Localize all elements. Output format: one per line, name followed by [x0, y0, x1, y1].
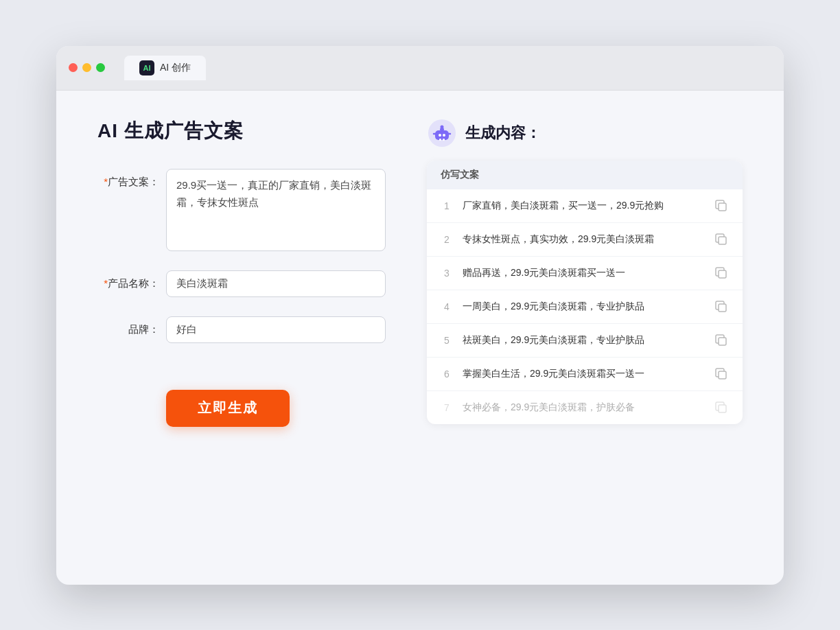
svg-rect-10: [719, 203, 726, 211]
result-table: 仿写文案 1厂家直销，美白淡斑霜，买一送一，29.9元抢购2专抹女性斑点，真实功…: [427, 161, 743, 424]
row-text: 祛斑美白，29.9元美白淡斑霜，专业护肤品: [463, 333, 704, 347]
result-header: 生成内容：: [427, 118, 743, 148]
product-name-group: *产品名称：: [97, 270, 386, 297]
svg-rect-16: [719, 405, 726, 412]
svg-rect-13: [719, 304, 726, 312]
ad-copy-input[interactable]: [166, 169, 386, 251]
close-button[interactable]: [69, 63, 78, 72]
product-name-label: *产品名称：: [97, 270, 159, 290]
copy-icon[interactable]: [714, 366, 729, 382]
copy-icon[interactable]: [714, 400, 729, 415]
titlebar: AI AI 创作: [56, 46, 784, 91]
page-title: AI 生成广告文案: [97, 118, 386, 144]
ad-copy-label: *广告文案：: [97, 169, 159, 189]
svg-rect-3: [443, 134, 445, 137]
row-text: 专抹女性斑点，真实功效，29.9元美白淡斑霜: [463, 232, 704, 246]
right-panel: 生成内容： 仿写文案 1厂家直销，美白淡斑霜，买一送一，29.9元抢购2专抹女性…: [427, 118, 743, 550]
product-name-input[interactable]: [166, 270, 386, 297]
result-row: 1厂家直销，美白淡斑霜，买一送一，29.9元抢购: [427, 189, 743, 223]
ad-copy-group: *广告文案：: [97, 169, 386, 251]
svg-rect-8: [439, 139, 441, 141]
result-table-header: 仿写文案: [427, 161, 743, 189]
left-panel: AI 生成广告文案 *广告文案： *产品名称： 品牌： 立: [97, 118, 386, 550]
row-number: 1: [441, 200, 453, 211]
row-text: 掌握美白生活，29.9元美白淡斑霜买一送一: [463, 366, 704, 381]
svg-rect-1: [435, 130, 449, 140]
row-text: 赠品再送，29.9元美白淡斑霜买一送一: [463, 266, 704, 280]
result-row: 6掌握美白生活，29.9元美白淡斑霜买一送一: [427, 358, 743, 391]
traffic-lights: [69, 63, 105, 72]
result-row: 5祛斑美白，29.9元美白淡斑霜，专业护肤品: [427, 324, 743, 358]
result-title: 生成内容：: [465, 123, 541, 143]
brand-input[interactable]: [166, 316, 386, 343]
row-number: 7: [441, 402, 453, 413]
browser-window: AI AI 创作 AI 生成广告文案 *广告文案： *产品名称：: [56, 46, 784, 585]
svg-rect-14: [719, 338, 726, 345]
svg-rect-11: [719, 237, 726, 244]
row-number: 6: [441, 369, 453, 380]
maximize-button[interactable]: [96, 63, 105, 72]
copy-icon[interactable]: [714, 299, 729, 314]
robot-icon: [427, 118, 457, 148]
svg-rect-12: [719, 270, 726, 278]
tab-label: AI 创作: [160, 62, 191, 74]
result-row: 3赠品再送，29.9元美白淡斑霜买一送一: [427, 257, 743, 290]
minimize-button[interactable]: [82, 63, 91, 72]
copy-icon[interactable]: [714, 333, 729, 348]
copy-icon[interactable]: [714, 266, 729, 281]
svg-rect-9: [443, 139, 445, 141]
row-text: 厂家直销，美白淡斑霜，买一送一，29.9元抢购: [463, 198, 704, 213]
brand-group: 品牌：: [97, 316, 386, 343]
row-text: 女神必备，29.9元美白淡斑霜，护肤必备: [463, 400, 704, 415]
tab-icon: AI: [139, 60, 154, 75]
copy-icon[interactable]: [714, 232, 729, 247]
row-number: 2: [441, 234, 453, 245]
row-number: 3: [441, 268, 453, 279]
tab-ai-creation[interactable]: AI AI 创作: [124, 56, 206, 80]
svg-rect-15: [719, 371, 726, 379]
generate-button[interactable]: 立即生成: [166, 390, 290, 427]
copy-icon[interactable]: [714, 198, 729, 213]
row-text: 一周美白，29.9元美白淡斑霜，专业护肤品: [463, 299, 704, 314]
results-container: 1厂家直销，美白淡斑霜，买一送一，29.9元抢购2专抹女性斑点，真实功效，29.…: [427, 189, 743, 424]
result-row: 4一周美白，29.9元美白淡斑霜，专业护肤品: [427, 290, 743, 324]
row-number: 4: [441, 301, 453, 312]
brand-label: 品牌：: [97, 316, 159, 336]
result-row: 2专抹女性斑点，真实功效，29.9元美白淡斑霜: [427, 223, 743, 257]
browser-content: AI 生成广告文案 *广告文案： *产品名称： 品牌： 立: [56, 91, 784, 585]
row-number: 5: [441, 335, 453, 346]
tab-area: AI AI 创作: [124, 56, 206, 80]
svg-rect-2: [439, 134, 441, 137]
result-row: 7女神必备，29.9元美白淡斑霜，护肤必备: [427, 391, 743, 424]
svg-point-5: [441, 125, 444, 128]
